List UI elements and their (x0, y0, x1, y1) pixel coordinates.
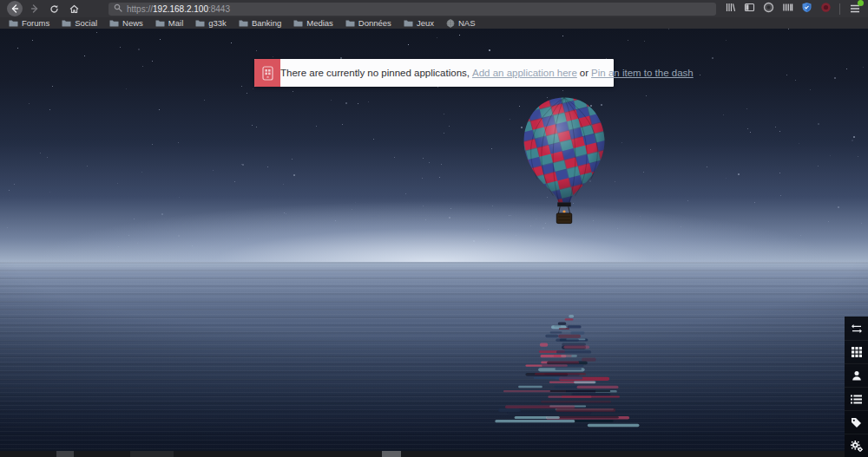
bookmark-g33k[interactable]: g33k (191, 17, 234, 29)
home-button[interactable] (66, 1, 82, 17)
back-button[interactable] (6, 1, 23, 17)
apps-grid-button[interactable] (845, 340, 868, 363)
bookmark-nas[interactable]: NAS (442, 17, 483, 29)
item-list-icon (851, 395, 862, 404)
hot-air-balloon-image (514, 95, 615, 230)
navigation-toolbar: https://192.168.2.100:8443 (0, 0, 868, 17)
back-icon (7, 1, 23, 16)
bookmarks-toolbar: Forums Social News Mail g33k Banking (0, 17, 868, 29)
dashboard-page: There are currently no pinned applicatio… (0, 29, 868, 457)
url-port: :8443 (208, 4, 230, 14)
tag-icon (851, 417, 862, 428)
sidebar-icon[interactable] (744, 1, 755, 16)
exchange-button[interactable] (845, 317, 868, 340)
settings-button[interactable] (845, 434, 868, 457)
library-icon[interactable] (725, 1, 736, 16)
folder-icon (195, 19, 205, 27)
ocean-background (0, 262, 868, 457)
url-bar[interactable]: https://192.168.2.100:8443 (108, 3, 716, 16)
extension-shield-icon[interactable] (801, 1, 812, 16)
banner-conjunction: or (580, 68, 589, 78)
update-badge (858, 0, 864, 6)
home-icon (69, 4, 79, 14)
browser-window: https://192.168.2.100:8443 (0, 0, 868, 457)
extension-red-circle-icon[interactable] (820, 1, 832, 16)
menu-button[interactable] (848, 2, 862, 16)
bookmark-social[interactable]: Social (57, 17, 105, 29)
bookmark-medias[interactable]: Medias (289, 17, 341, 29)
add-application-link[interactable]: Add an application here (472, 68, 577, 78)
folder-icon (345, 19, 355, 27)
bookmark-donnees[interactable]: Données (341, 17, 399, 29)
taskbar-segment (56, 451, 74, 457)
bookmark-forums[interactable]: Forums (4, 17, 57, 29)
banner-message: There are currently no pinned applicatio… (280, 59, 694, 87)
folder-icon (404, 19, 413, 27)
extension-bars-icon[interactable] (782, 1, 793, 16)
toolbar-separator (839, 3, 840, 15)
user-button[interactable] (845, 363, 868, 387)
folder-icon (155, 19, 165, 27)
taskbar-segment (130, 451, 174, 457)
bookmark-mail[interactable]: Mail (151, 17, 191, 29)
user-icon (852, 370, 862, 381)
settings-cogs-icon (851, 441, 863, 452)
reload-icon (49, 4, 59, 14)
item-list-button[interactable] (845, 387, 868, 410)
browser-chrome: https://192.168.2.100:8443 (0, 0, 868, 29)
folder-icon (239, 19, 248, 27)
url-text: https://192.168.2.100:8443 (127, 4, 230, 14)
toolbar-extensions (725, 1, 862, 16)
bookmark-banking[interactable]: Banking (234, 17, 289, 29)
bookmark-news[interactable]: News (105, 17, 151, 29)
url-host: 192.168.2.100 (153, 4, 208, 14)
taskbar-segment (382, 451, 401, 457)
banner-accent-block (254, 59, 280, 87)
url-scheme: https:// (127, 4, 153, 14)
balloon-reflection (473, 285, 660, 431)
bookmark-jeux[interactable]: Jeux (399, 17, 442, 29)
forward-icon (30, 4, 39, 13)
folder-icon (109, 19, 119, 27)
apps-grid-icon (852, 347, 862, 357)
tags-button[interactable] (845, 410, 868, 434)
folder-icon (293, 19, 303, 27)
dash-side-toolbar (845, 317, 868, 457)
extension-circle-icon[interactable] (763, 1, 774, 16)
no-pinned-apps-banner: There are currently no pinned applicatio… (254, 59, 614, 87)
folder-icon (9, 19, 18, 27)
pin-item-link[interactable]: Pin an item to the dash (591, 68, 694, 78)
taskbar-sliver (0, 451, 868, 457)
no-apps-icon (262, 66, 273, 81)
reload-button[interactable] (46, 1, 62, 17)
exchange-arrows-icon (851, 323, 863, 334)
banner-text: There are currently no pinned applicatio… (280, 68, 470, 78)
forward-button[interactable] (26, 1, 43, 17)
folder-icon (62, 19, 71, 27)
globe-icon (446, 19, 455, 28)
search-icon (114, 3, 122, 14)
